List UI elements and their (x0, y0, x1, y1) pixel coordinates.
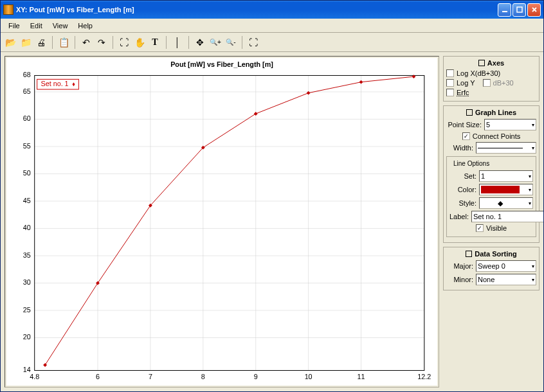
svg-text:10: 10 (305, 373, 313, 380)
collapse-icon[interactable] (466, 109, 473, 116)
toolbar-separator (166, 36, 167, 49)
svg-text:Set no. 1: Set no. 1 (41, 80, 69, 87)
pan-icon[interactable]: ✋ (132, 35, 147, 49)
collapse-icon[interactable] (466, 251, 472, 257)
undo-icon[interactable]: ↶ (79, 35, 93, 49)
minor-select[interactable]: None (476, 274, 536, 285)
logy-checkbox[interactable] (446, 79, 454, 87)
svg-text:35: 35 (23, 251, 31, 259)
divider-icon[interactable]: │ (170, 35, 185, 49)
svg-text:7: 7 (149, 373, 152, 380)
chart-svg: Pout [mW] vs Fiber_Length [m]4.867891011… (6, 58, 437, 386)
text-icon[interactable]: T (148, 35, 162, 49)
erfc-checkbox[interactable] (446, 89, 454, 96)
graph-lines-box: Graph Lines Point Size:5 ✓Connect Points… (443, 105, 539, 243)
db30-label: dB+30 (493, 79, 514, 87)
zoom-out-icon[interactable]: 🔍- (224, 35, 238, 49)
set-label: Set: (449, 172, 476, 180)
logx-checkbox[interactable] (446, 69, 454, 77)
toolbar-separator (113, 36, 113, 49)
menu-view[interactable]: View (48, 21, 73, 31)
toolbar-separator (188, 36, 189, 49)
svg-text:55: 55 (23, 142, 31, 150)
toolbar: 📂 📁 🖨 📋 ↶ ↷ ⛶ ✋ T │ ✥ 🔍+ 🔍- ⛶ (1, 33, 543, 52)
svg-text:9: 9 (254, 373, 258, 380)
line-options-fieldset: Line Options Set:1 Color: Style:◆ Label:… (446, 156, 536, 237)
style-select[interactable]: ◆ (479, 197, 533, 209)
svg-text:8: 8 (201, 373, 205, 380)
width-select[interactable] (476, 142, 536, 154)
axes-title: Axes (487, 59, 504, 67)
svg-rect-0 (502, 11, 507, 12)
open-dark-icon[interactable]: 📁 (19, 35, 33, 49)
svg-text:6: 6 (96, 373, 100, 380)
plot-area[interactable]: Pout [mW] vs Fiber_Length [m]4.867891011… (6, 58, 437, 386)
menu-file[interactable]: File (3, 21, 25, 31)
svg-text:65: 65 (23, 87, 31, 95)
label-input[interactable] (471, 211, 543, 222)
menu-edit[interactable]: Edit (25, 21, 48, 31)
svg-text:68: 68 (23, 71, 31, 78)
svg-rect-43 (35, 75, 424, 370)
svg-text:45: 45 (23, 197, 31, 204)
connect-checkbox[interactable]: ✓ (462, 132, 470, 140)
copy-icon[interactable]: 📋 (57, 35, 71, 49)
plot-panel: Pout [mW] vs Fiber_Length [m]4.867891011… (5, 56, 439, 388)
side-panel: Axes Log X(dB+30) Log Y dB+30 Erfc Graph… (443, 56, 539, 388)
toolbar-separator (242, 36, 242, 49)
svg-text:Pout [mW] vs Fiber_Length [m]: Pout [mW] vs Fiber_Length [m] (170, 60, 273, 68)
svg-rect-1 (517, 7, 522, 12)
minimize-button[interactable] (498, 3, 511, 17)
titlebar: XY: Pout [mW] vs Fiber_Length [m] (1, 1, 543, 19)
menubar: File Edit View Help (1, 19, 543, 33)
svg-text:14: 14 (23, 366, 31, 373)
svg-text:20: 20 (23, 333, 31, 341)
lineoptions-legend: Line Options (452, 160, 491, 167)
svg-text:30: 30 (23, 278, 31, 286)
svg-text:60: 60 (23, 114, 31, 122)
pointsize-select[interactable]: 5 (484, 119, 536, 130)
major-label: Major: (446, 262, 473, 270)
close-button[interactable] (527, 3, 541, 17)
svg-text:12.2: 12.2 (417, 373, 431, 380)
move-icon[interactable]: ✥ (193, 35, 207, 49)
width-label: Width: (446, 144, 473, 152)
app-window: XY: Pout [mW] vs Fiber_Length [m] File E… (0, 0, 544, 392)
label-label: Label: (449, 213, 469, 220)
axes-box: Axes Log X(dB+30) Log Y dB+30 Erfc (443, 56, 539, 102)
visible-checkbox[interactable]: ✓ (476, 224, 484, 232)
svg-text:4.8: 4.8 (30, 373, 39, 380)
collapse-icon[interactable] (478, 60, 485, 66)
zoom-area-icon[interactable]: ⛶ (117, 35, 131, 49)
logy-label: Log Y (457, 79, 475, 87)
maximize-button[interactable] (512, 3, 526, 17)
toolbar-separator (75, 36, 75, 49)
app-icon (3, 4, 14, 15)
db30-checkbox (483, 79, 491, 87)
datasort-title: Data Sorting (475, 250, 516, 258)
style-label: Style: (449, 199, 476, 207)
toolbar-separator (52, 36, 53, 49)
svg-text:40: 40 (23, 224, 31, 231)
set-select[interactable]: 1 (479, 170, 533, 182)
color-label: Color: (449, 186, 476, 193)
color-select[interactable] (479, 184, 533, 195)
zoom-in-icon[interactable]: 🔍+ (208, 35, 222, 49)
logx-label: Log X(dB+30) (457, 69, 500, 77)
major-select[interactable]: Sweep 0 (476, 260, 536, 272)
open-folder-icon[interactable]: 📂 (3, 35, 17, 49)
redo-icon[interactable]: ↷ (95, 35, 109, 49)
erfc-label: Erfc (457, 89, 469, 96)
content-area: Pout [mW] vs Fiber_Length [m]4.867891011… (1, 52, 543, 391)
print-icon[interactable]: 🖨 (34, 35, 48, 49)
pointsize-label: Point Size: (446, 121, 482, 129)
graphlines-title: Graph Lines (475, 109, 516, 116)
svg-text:25: 25 (23, 306, 31, 314)
minor-label: Minor: (446, 276, 473, 283)
menu-help[interactable]: Help (73, 21, 98, 31)
fit-icon[interactable]: ⛶ (246, 35, 260, 49)
svg-text:11: 11 (358, 373, 365, 380)
svg-text:50: 50 (23, 169, 31, 177)
window-title: XY: Pout [mW] vs Fiber_Length [m] (16, 6, 498, 13)
data-sorting-box: Data Sorting Major:Sweep 0 Minor:None (443, 247, 539, 290)
